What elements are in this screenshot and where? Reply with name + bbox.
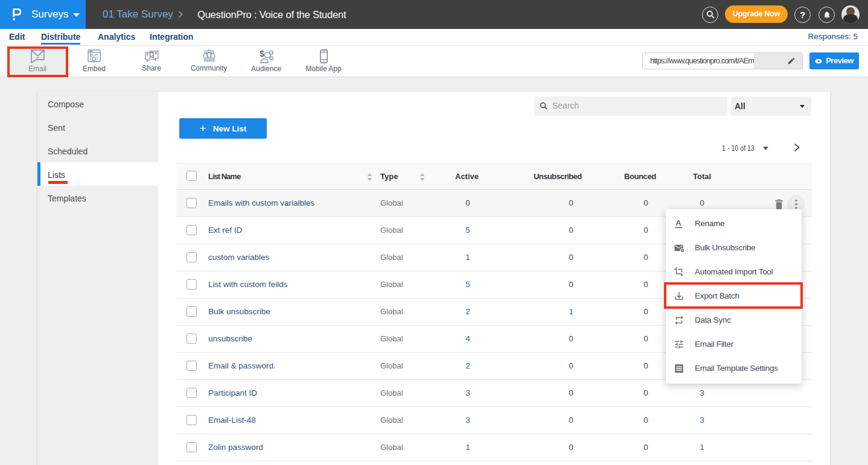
svg-text:A: A — [675, 218, 681, 227]
svg-text:$: $ — [260, 49, 264, 59]
